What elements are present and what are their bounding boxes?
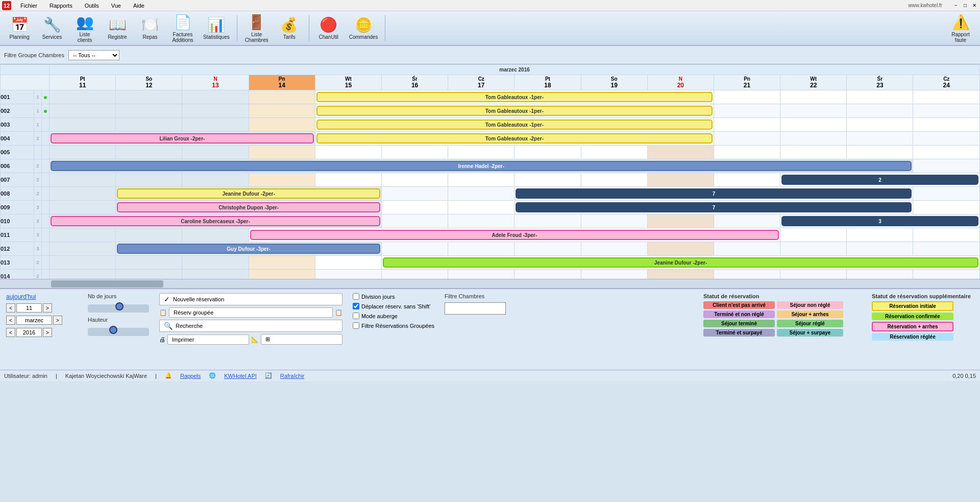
day-cell[interactable]: Christophe Dupon -3per-: [116, 201, 382, 214]
day-cell[interactable]: [182, 146, 249, 159]
day-cell[interactable]: [913, 270, 980, 279]
day-cell[interactable]: [50, 256, 116, 270]
booking-bar[interactable]: Lilian Groux -2per-: [51, 133, 314, 144]
cb-division-jours-input[interactable]: [353, 293, 359, 300]
day-cell[interactable]: [780, 118, 847, 132]
day-cell[interactable]: [315, 146, 381, 159]
day-cell[interactable]: [847, 146, 913, 159]
day-cell[interactable]: [116, 173, 182, 187]
tb-statistiques[interactable]: 📊 Statistiques: [200, 14, 233, 42]
day-cell[interactable]: [315, 173, 381, 187]
day-cell[interactable]: [847, 242, 913, 256]
day-cell[interactable]: [448, 270, 514, 279]
day-next[interactable]: >: [43, 303, 52, 313]
day-prev[interactable]: <: [6, 303, 15, 313]
day-cell[interactable]: 7: [514, 187, 913, 201]
cb-division-jours[interactable]: Division jours: [353, 293, 434, 300]
day-cell[interactable]: [581, 214, 647, 228]
day-cell[interactable]: [448, 146, 514, 159]
nb-jours-slider[interactable]: [88, 304, 149, 313]
cb-mode-auberge-input[interactable]: [353, 313, 359, 319]
tb-commandes[interactable]: 🪙 Commandes: [346, 14, 381, 42]
month-input[interactable]: [16, 316, 52, 325]
day-cell[interactable]: [581, 146, 647, 159]
day-cell[interactable]: Jeanine Dufour -2per-: [381, 256, 979, 270]
day-cell[interactable]: Guy Dufour -3per-: [116, 242, 382, 256]
day-cell[interactable]: Lilian Groux -2per-: [50, 132, 315, 146]
cb-mode-auberge[interactable]: Mode auberge: [353, 313, 434, 319]
day-cell[interactable]: [913, 132, 980, 146]
year-prev[interactable]: <: [6, 328, 15, 337]
booking-bar[interactable]: Tom Gableautoux -1per-: [316, 106, 713, 116]
day-cell[interactable]: [448, 201, 514, 214]
booking-bar[interactable]: 3: [781, 216, 978, 226]
day-cell[interactable]: [448, 242, 514, 256]
day-cell[interactable]: [50, 228, 116, 242]
month-next[interactable]: >: [53, 316, 62, 325]
booking-bar[interactable]: Guy Dufour -3per-: [117, 244, 380, 254]
day-cell[interactable]: [50, 270, 116, 279]
day-cell[interactable]: [780, 228, 847, 242]
day-cell[interactable]: Tom Gableautoux -1per-: [315, 118, 714, 132]
imprimer-btn[interactable]: Imprimer: [167, 334, 249, 345]
hauteur-slider[interactable]: [88, 328, 149, 336]
day-cell[interactable]: [116, 118, 182, 132]
cb-deplacer[interactable]: Déplacer réserv. sans 'Shift': [353, 303, 434, 309]
day-cell[interactable]: [780, 146, 847, 159]
day-cell[interactable]: [913, 104, 980, 118]
booking-bar[interactable]: Irenne Hadel -2per-: [51, 161, 912, 171]
day-cell[interactable]: [116, 90, 182, 104]
day-cell[interactable]: [647, 270, 714, 279]
day-cell[interactable]: [847, 118, 913, 132]
menu-vue[interactable]: Vue: [108, 2, 124, 10]
day-cell[interactable]: [514, 270, 581, 279]
hscroll-thumb[interactable]: [51, 280, 163, 288]
day-cell[interactable]: [381, 201, 448, 214]
nouvelle-reservation-btn[interactable]: ✓ Nouvelle réservation: [159, 293, 342, 305]
recherche-btn[interactable]: 🔍 Recherche: [159, 320, 342, 332]
day-cell[interactable]: [913, 159, 980, 173]
booking-bar[interactable]: Jeanine Dufour -2per-: [117, 188, 380, 199]
day-cell[interactable]: [714, 214, 780, 228]
day-cell[interactable]: [249, 146, 315, 159]
booking-bar[interactable]: Jeanine Dufour -2per-: [383, 257, 978, 268]
day-cell[interactable]: [381, 270, 448, 279]
day-cell[interactable]: [714, 270, 780, 279]
day-cell[interactable]: [847, 132, 913, 146]
day-cell[interactable]: [116, 146, 182, 159]
day-cell[interactable]: [448, 214, 514, 228]
close-button[interactable]: ✕: [971, 2, 978, 9]
cb-deplacer-input[interactable]: [353, 303, 359, 309]
day-cell[interactable]: [50, 104, 116, 118]
year-input[interactable]: [16, 328, 42, 337]
day-cell[interactable]: [913, 90, 980, 104]
day-cell[interactable]: [714, 104, 780, 118]
day-cell[interactable]: Adele Froud -3per-: [249, 228, 780, 242]
day-cell[interactable]: [182, 173, 249, 187]
filter-group-select[interactable]: -- Tous --: [68, 50, 119, 60]
day-cell[interactable]: [913, 201, 980, 214]
menu-outils[interactable]: Outils: [82, 2, 102, 10]
booking-bar[interactable]: 7: [516, 188, 912, 199]
day-cell[interactable]: [780, 104, 847, 118]
day-cell[interactable]: [381, 146, 448, 159]
day-cell[interactable]: [249, 256, 315, 270]
day-cell[interactable]: [514, 146, 581, 159]
menu-fichier[interactable]: Fichier: [17, 2, 40, 10]
day-cell[interactable]: [249, 104, 315, 118]
day-cell[interactable]: [780, 270, 847, 279]
day-cell[interactable]: Jeanine Dufour -2per-: [116, 187, 382, 201]
day-cell[interactable]: [381, 214, 448, 228]
day-cell[interactable]: 2: [780, 173, 980, 187]
day-cell[interactable]: [514, 242, 581, 256]
day-cell[interactable]: [647, 173, 714, 187]
day-cell[interactable]: [514, 173, 581, 187]
status-refresh[interactable]: Rafraîchir: [280, 373, 305, 379]
day-input[interactable]: [16, 303, 42, 313]
hauteur-thumb[interactable]: [109, 326, 117, 334]
day-cell[interactable]: [116, 104, 182, 118]
day-cell[interactable]: [647, 146, 714, 159]
filter-chambres-input[interactable]: [445, 302, 506, 315]
tb-services[interactable]: 🔧 Services: [37, 14, 67, 42]
booking-bar[interactable]: Tom Gableautoux -1per-: [316, 119, 713, 130]
